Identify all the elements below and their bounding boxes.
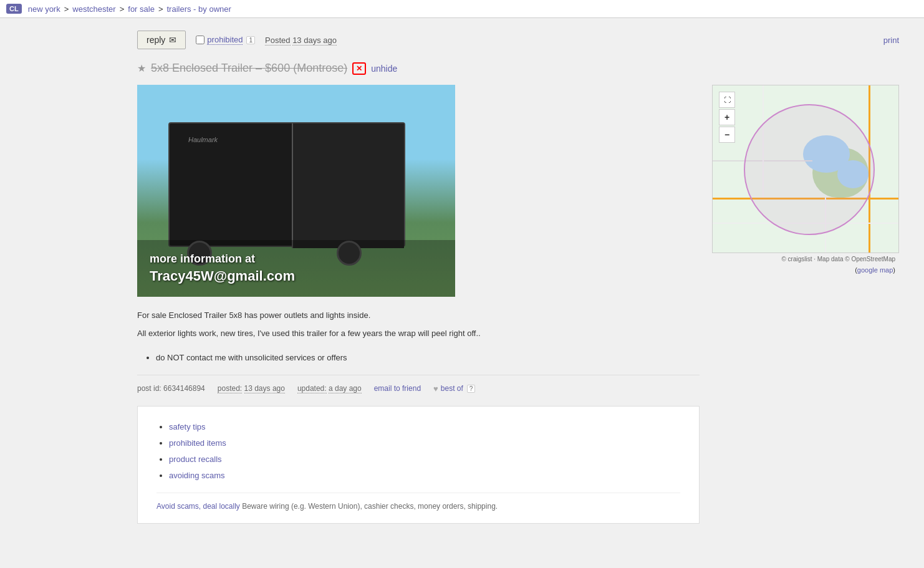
scam-warning: Avoid scams, deal locally Beware wiring … (156, 493, 680, 511)
breadcrumb-sep3: > (158, 4, 163, 14)
map-controls: ⛶ + − (719, 92, 735, 143)
updated-date: updated: a day ago (297, 384, 362, 393)
safety-tips-link[interactable]: safety tips (169, 422, 206, 431)
posted-time: Posted 13 days ago (265, 36, 337, 45)
bullet-list: do NOT contact me with unsolicited servi… (156, 353, 700, 362)
map-box: Taconic State Pkwy ⛶ + − (712, 85, 899, 253)
posted-date: posted: 13 days ago (218, 384, 285, 393)
map-attribution: © craigslist · Map data © OpenStreetMap (712, 253, 899, 265)
product-recalls-link[interactable]: product recalls (169, 455, 222, 464)
best-of-link[interactable]: ♥ best of ? (433, 384, 475, 393)
unhide-link[interactable]: unhide (371, 64, 397, 74)
description-line1: For sale Enclosed Trailer 5x8 has power … (137, 309, 700, 322)
google-map-link[interactable]: google map (857, 266, 893, 274)
map-container: Taconic State Pkwy ⛶ + − © craigslist · … (712, 85, 899, 536)
listing-image: Haulmark more information at Tracy45W@gm… (137, 85, 455, 297)
action-bar: reply ✉ prohibited 1 Posted 13 days ago … (25, 31, 899, 49)
post-id: post id: 6634146894 (137, 384, 205, 393)
breadcrumb-new-york[interactable]: new york (28, 4, 60, 14)
prohibited-items-link[interactable]: prohibited items (169, 438, 226, 448)
main-container: reply ✉ prohibited 1 Posted 13 days ago … (0, 18, 924, 549)
fullscreen-button[interactable]: ⛶ (719, 92, 735, 108)
scam-warning-text: Beware wiring (e.g. Western Union), cash… (242, 502, 498, 511)
google-map-link-container: (google map) (712, 265, 899, 275)
bullet-item: do NOT contact me with unsolicited servi… (156, 353, 700, 362)
avoiding-scams-link[interactable]: avoiding scams (169, 471, 225, 480)
breadcrumb-sep1: > (64, 4, 69, 14)
footer-link-list: safety tips prohibited items product rec… (169, 419, 680, 484)
post-meta: post id: 6634146894 posted: 13 days ago … (137, 375, 700, 393)
image-overlay-line2: Tracy45W@gmail.com (150, 268, 443, 284)
listing-title: 5x8 Enclosed Trailer – $600 (Montrose) (151, 62, 347, 75)
delete-icon[interactable]: ✕ (352, 62, 366, 75)
prohibited-badge: 1 (246, 36, 255, 44)
topbar: CL new york > westchester > for sale > t… (0, 0, 924, 18)
breadcrumb-trailers[interactable]: trailers - by owner (167, 4, 231, 14)
print-link[interactable]: print (883, 36, 899, 45)
image-overlay-line1: more information at (150, 253, 443, 266)
listing-image-container: Haulmark more information at Tracy45W@gm… (137, 85, 700, 297)
best-of-badge: ? (467, 385, 476, 393)
content-area: Haulmark more information at Tracy45W@gm… (25, 85, 899, 536)
description-line2: All exterior lights work, new tires, I'v… (137, 327, 700, 340)
prohibited-checkbox[interactable] (196, 36, 205, 44)
cl-logo[interactable]: CL (6, 4, 22, 14)
footer-links-box: safety tips prohibited items product rec… (137, 406, 700, 524)
heart-icon: ♥ (433, 384, 438, 393)
breadcrumb-for-sale[interactable]: for sale (128, 4, 155, 14)
envelope-icon: ✉ (169, 35, 176, 45)
prohibited-area: prohibited 1 (196, 35, 255, 45)
left-content: Haulmark more information at Tracy45W@gm… (137, 85, 700, 536)
zoom-in-button[interactable]: + (719, 109, 735, 125)
email-friend-link[interactable]: email to friend (374, 384, 421, 393)
avoid-scams-link[interactable]: Avoid scams, deal locally (156, 502, 240, 511)
breadcrumb-sep2: > (120, 4, 125, 14)
title-area: ★ 5x8 Enclosed Trailer – $600 (Montrose)… (25, 62, 899, 75)
reply-label: reply (147, 35, 165, 45)
reply-button[interactable]: reply ✉ (137, 31, 186, 49)
prohibited-link[interactable]: prohibited (207, 35, 243, 45)
breadcrumb-westchester[interactable]: westchester (72, 4, 115, 14)
star-icon: ★ (137, 62, 146, 74)
description: For sale Enclosed Trailer 5x8 has power … (137, 309, 700, 340)
zoom-out-button[interactable]: − (719, 127, 735, 143)
